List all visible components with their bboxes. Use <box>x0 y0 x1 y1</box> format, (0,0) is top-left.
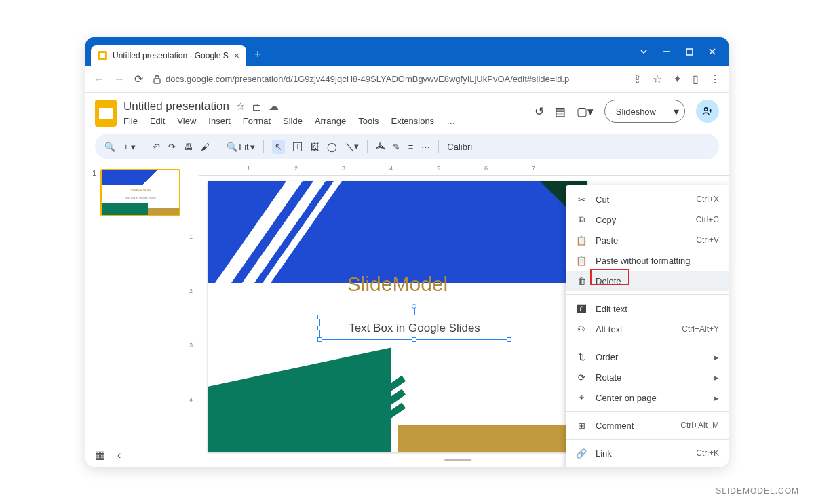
slide-thumbnail[interactable]: SlideModel Text Box in Google Slides <box>100 169 180 216</box>
titlebar: Untitled presentation - Google S × + <box>85 37 729 66</box>
resize-handle[interactable] <box>317 326 322 330</box>
reload-icon[interactable]: ⟳ <box>134 73 143 85</box>
svg-point-2 <box>705 108 708 111</box>
extensions-icon[interactable]: ✦ <box>673 73 682 85</box>
vertical-ruler: 1234 <box>187 176 199 464</box>
thumb-number: 1 <box>92 169 96 216</box>
selected-textbox[interactable]: Text Box in Google Slides <box>319 317 509 340</box>
zoom-control[interactable]: 🔍 Fit ▾ <box>227 142 254 152</box>
new-tab-button[interactable]: + <box>254 47 262 62</box>
resize-handle[interactable] <box>412 315 416 319</box>
order-icon: ⇅ <box>575 352 587 362</box>
search-menus-icon[interactable]: 🔍 <box>104 142 115 152</box>
comments-icon[interactable]: ▤ <box>555 104 566 119</box>
slide-canvas[interactable]: SlideModel Text Box in Google Slides <box>208 181 587 452</box>
menu-extensions[interactable]: Extensions <box>391 116 435 126</box>
nav-back-icon[interactable]: ← <box>94 73 104 85</box>
resize-handle[interactable] <box>507 337 511 342</box>
ctx-paste-without-formatting[interactable]: 📋Paste without formatting <box>566 250 729 271</box>
resize-handle[interactable] <box>317 315 322 319</box>
ctx-link[interactable]: 🔗LinkCtrl+K <box>566 443 729 463</box>
paint-format-icon[interactable]: 🖌 <box>201 142 210 152</box>
center-icon: ⌖ <box>575 392 587 403</box>
paste-plain-icon: 📋 <box>575 256 587 266</box>
border-dash-icon[interactable]: ⋯ <box>421 142 430 152</box>
font-selector[interactable]: Calibri <box>447 142 472 152</box>
paste-icon: 📋 <box>575 235 587 246</box>
border-color-icon[interactable]: ✎ <box>393 142 400 152</box>
ctx-copy[interactable]: ⧉CopyCtrl+C <box>566 210 729 230</box>
ctx-order[interactable]: ⇅Order▸ <box>566 347 729 367</box>
ctx-alt-text[interactable]: ⚇Alt textCtrl+Alt+Y <box>566 319 729 339</box>
ctx-rotate[interactable]: ⟳Rotate▸ <box>566 367 729 387</box>
kebab-menu-icon[interactable]: ⋮ <box>710 73 720 85</box>
ctx-label: Rotate <box>596 372 621 383</box>
resize-handle[interactable] <box>317 337 322 342</box>
border-weight-icon[interactable]: ≡ <box>408 142 414 152</box>
maximize-icon[interactable] <box>686 48 693 56</box>
menu-file[interactable]: File <box>123 116 138 126</box>
menu-view[interactable]: View <box>177 116 196 126</box>
fill-color-icon[interactable]: 🟃 <box>376 142 385 152</box>
ctx-label: Alt text <box>596 324 623 334</box>
undo-icon[interactable]: ↶ <box>153 142 160 152</box>
svg-rect-1 <box>154 79 160 83</box>
alt-text-icon: ⚇ <box>575 324 587 334</box>
menu-insert[interactable]: Insert <box>208 116 231 126</box>
chevron-down-icon[interactable] <box>640 47 648 56</box>
ctx-paste[interactable]: 📋PasteCtrl+V <box>566 230 729 250</box>
redo-icon[interactable]: ↷ <box>168 142 176 152</box>
speaker-notes-drag-handle[interactable] <box>444 459 471 461</box>
bookmark-star-icon[interactable]: ☆ <box>653 73 662 85</box>
new-slide-button[interactable]: + ▾ <box>123 142 136 152</box>
move-folder-icon[interactable]: 🗀 <box>252 101 262 113</box>
ctx-label: Paste without formatting <box>596 256 690 266</box>
minimize-icon[interactable] <box>663 47 671 56</box>
grid-view-icon[interactable]: ▦ <box>95 448 105 461</box>
ctx-edit-text[interactable]: 🅰Edit text <box>566 298 729 319</box>
panel-icon[interactable]: ▯ <box>693 73 699 85</box>
slide-thumbnail-panel: 1 SlideModel Text Box in Google Slides <box>85 163 187 464</box>
ctx-label: Cut <box>596 195 609 205</box>
ctx-comment[interactable]: ⊞CommentCtrl+Alt+M <box>566 415 729 435</box>
textbox-tool-icon[interactable]: 🅃 <box>293 142 302 152</box>
menu-format[interactable]: Format <box>243 116 271 126</box>
share-url-icon[interactable]: ⇪ <box>633 73 642 85</box>
watermark: SLIDEMODEL.COM <box>716 486 799 496</box>
google-slides-icon[interactable] <box>95 100 117 127</box>
delete-icon: 🗑 <box>575 276 587 286</box>
address-field[interactable]: docs.google.com/presentation/d/1G9zjv449… <box>153 74 623 84</box>
share-button[interactable] <box>696 100 719 123</box>
resize-handle[interactable] <box>412 337 416 342</box>
slideshow-button[interactable]: Slideshow ▾ <box>604 100 685 123</box>
resize-handle[interactable] <box>507 326 511 330</box>
nav-forward-icon[interactable]: → <box>114 73 125 85</box>
line-tool-icon[interactable]: ＼▾ <box>345 140 359 153</box>
present-meet-icon[interactable]: ▢▾ <box>577 104 594 119</box>
history-icon[interactable]: ↺ <box>535 104 544 119</box>
slides-favicon-icon <box>98 51 107 60</box>
print-icon[interactable]: 🖶 <box>184 142 193 152</box>
close-window-icon[interactable] <box>708 47 716 56</box>
ctx-delete[interactable]: 🗑Delete <box>566 271 729 291</box>
menu-slide[interactable]: Slide <box>283 116 303 126</box>
prev-slide-icon[interactable]: ‹ <box>117 449 121 461</box>
select-tool-icon[interactable]: ↖ <box>272 140 285 154</box>
menu-arrange[interactable]: Arrange <box>315 116 346 126</box>
slide-title-text[interactable]: SlideModel <box>208 273 587 296</box>
ctx-center-on-page[interactable]: ⌖Center on page▸ <box>566 387 729 408</box>
tab-close-icon[interactable]: × <box>234 50 239 61</box>
menu-edit[interactable]: Edit <box>150 116 165 126</box>
menu-…[interactable]: … <box>446 116 455 126</box>
shape-tool-icon[interactable]: ◯ <box>327 142 337 152</box>
star-icon[interactable]: ☆ <box>236 100 245 113</box>
ctx-cut[interactable]: ✂CutCtrl+X <box>566 189 729 210</box>
slideshow-dropdown[interactable]: ▾ <box>667 100 684 122</box>
menu-tools[interactable]: Tools <box>358 116 379 126</box>
rotate-handle[interactable] <box>412 304 416 309</box>
svg-rect-0 <box>686 49 693 55</box>
resize-handle[interactable] <box>507 315 511 319</box>
image-tool-icon[interactable]: 🖼 <box>310 142 319 152</box>
document-title[interactable]: Untitled presentation <box>123 100 229 113</box>
browser-tab[interactable]: Untitled presentation - Google S × <box>91 45 246 66</box>
